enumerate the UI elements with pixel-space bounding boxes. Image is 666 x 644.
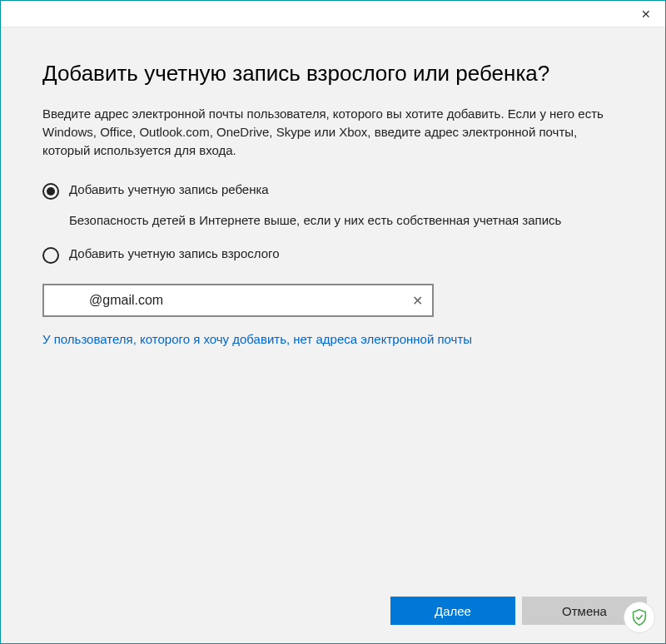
radio-option-adult[interactable]: Добавить учетную запись взрослого: [42, 246, 624, 264]
dialog-content: Добавить учетную запись взрослого или ре…: [1, 27, 665, 597]
no-email-link[interactable]: У пользователя, которого я хочу добавить…: [42, 332, 472, 346]
email-input-wrap: ✕: [42, 284, 434, 317]
dialog-description: Введите адрес электронной почты пользова…: [42, 105, 624, 159]
dialog-footer: Далее Отмена: [1, 597, 665, 643]
radio-label-child: Добавить учетную запись ребенка: [69, 182, 269, 196]
radio-icon: [42, 247, 59, 264]
dialog-window: ✕ Добавить учетную запись взрослого или …: [0, 0, 666, 644]
titlebar: ✕: [1, 1, 665, 27]
radio-option-child[interactable]: Добавить учетную запись ребенка: [42, 182, 624, 200]
radio-label-adult: Добавить учетную запись взрослого: [69, 246, 280, 260]
radio-subtext-child: Безопасность детей в Интернете выше, есл…: [69, 211, 624, 230]
dialog-heading: Добавить учетную запись взрослого или ре…: [42, 61, 624, 87]
close-button[interactable]: ✕: [627, 1, 665, 27]
clear-input-button[interactable]: ✕: [407, 290, 427, 310]
radio-icon: [42, 183, 59, 200]
email-input[interactable]: [42, 284, 434, 317]
clear-icon: ✕: [412, 293, 423, 309]
account-type-radio-group: Добавить учетную запись ребенка Безопасн…: [42, 182, 624, 264]
email-row: ✕: [42, 284, 624, 317]
next-button[interactable]: Далее: [390, 597, 515, 625]
shield-icon: [630, 608, 649, 627]
close-icon: ✕: [641, 7, 651, 21]
security-shield-badge: [624, 602, 655, 633]
